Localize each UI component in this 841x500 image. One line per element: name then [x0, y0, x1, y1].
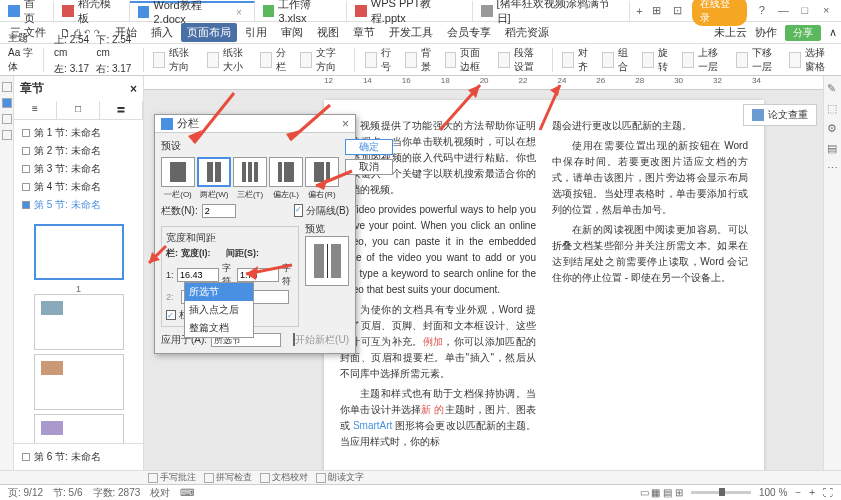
nav-item-6[interactable]: 第 6 节: 未命名 — [18, 448, 139, 466]
bb-item-2[interactable]: 拼写检查 — [204, 471, 252, 484]
dropdown-item-whole[interactable]: 整篇文档 — [185, 319, 253, 337]
indent-icon[interactable] — [498, 52, 510, 68]
margin-top[interactable]: 上: 2.54 cm — [54, 33, 90, 58]
menu-resource[interactable]: 稻壳资源 — [499, 23, 555, 42]
dialog-close-icon[interactable]: × — [342, 117, 349, 131]
status-words[interactable]: 字数: 2873 — [93, 486, 141, 500]
size-icon[interactable] — [207, 52, 219, 68]
preset-two[interactable] — [197, 157, 231, 187]
nav-item-3[interactable]: 第 3 节: 未命名 — [18, 160, 139, 178]
orientation-icon[interactable] — [153, 52, 165, 68]
preset-one[interactable] — [161, 157, 195, 187]
group-icon[interactable] — [602, 52, 614, 68]
zoom-in-icon[interactable]: + — [809, 487, 815, 498]
margin-bottom[interactable]: 下: 2.54 cm — [96, 33, 132, 58]
thumbnail-2a[interactable] — [34, 294, 124, 350]
dropdown-item-after[interactable]: 插入点之后 — [185, 301, 253, 319]
send-icon[interactable] — [736, 52, 748, 68]
divider-checkbox[interactable] — [294, 204, 303, 217]
hyphen-icon[interactable] — [405, 52, 417, 68]
zoom-value[interactable]: 100 % — [759, 487, 787, 498]
grid-icon[interactable]: ⊞ — [649, 4, 663, 18]
zoom-out-icon[interactable]: − — [795, 487, 801, 498]
leftrail-4-icon[interactable] — [2, 130, 12, 140]
tab-home[interactable]: 首页 — [0, 1, 54, 21]
menu-dev[interactable]: 开发工具 — [383, 23, 439, 42]
menu-chapter[interactable]: 章节 — [347, 23, 381, 42]
align-icon[interactable] — [562, 52, 574, 68]
ribbon-font[interactable]: Aa 字体 — [8, 46, 33, 74]
rightrail-layers-icon[interactable]: ▤ — [827, 142, 839, 154]
break-icon[interactable] — [300, 52, 312, 68]
thesis-check-tag[interactable]: 论文查重 — [743, 104, 817, 126]
thumbnail-2b[interactable] — [34, 354, 124, 410]
close-icon[interactable]: × — [819, 4, 833, 18]
menu-insert[interactable]: 插入 — [145, 23, 179, 42]
status-lang[interactable]: ⌨ — [180, 487, 194, 498]
horizontal-ruler[interactable]: 12 14 16 18 20 22 24 26 28 30 32 34 — [144, 76, 823, 90]
maximize-icon[interactable]: □ — [798, 4, 812, 18]
nav-item-4[interactable]: 第 4 节: 未命名 — [18, 178, 139, 196]
leftrail-search-icon[interactable] — [2, 82, 12, 92]
fullscreen-icon[interactable]: ⛶ — [823, 487, 833, 498]
spacing-input-1[interactable] — [237, 268, 279, 282]
thumbnail-2c[interactable] — [34, 414, 124, 443]
nav-item-2[interactable]: 第 2 节: 未命名 — [18, 142, 139, 160]
nav-tab-1[interactable]: ≡ — [14, 101, 57, 119]
leftrail-nav-icon[interactable] — [2, 98, 12, 108]
bb-item-4[interactable]: 朗读文字 — [316, 471, 364, 484]
rotate-icon[interactable] — [642, 52, 654, 68]
dropdown-item-section[interactable]: 所选节 — [185, 283, 253, 301]
share-button[interactable]: 分享 — [785, 25, 821, 41]
nav-item-5[interactable]: 第 5 节: 未命名 — [18, 196, 139, 214]
coop-button[interactable]: 协作 — [755, 25, 777, 40]
rightrail-more-icon[interactable]: ⋯ — [827, 162, 839, 174]
bb-item-1[interactable]: 手写批注 — [148, 471, 196, 484]
equal-width-checkbox[interactable] — [166, 310, 176, 320]
nav-tab-2[interactable]: □ — [57, 101, 100, 119]
zoom-slider[interactable] — [691, 491, 751, 494]
menu-references[interactable]: 引用 — [239, 23, 273, 42]
tab-add-button[interactable]: + — [630, 5, 650, 17]
tab-xlsx[interactable]: 工作簿3.xlsx — [255, 1, 347, 21]
menu-view[interactable]: 视图 — [311, 23, 345, 42]
grid-icon-2[interactable]: ⊡ — [671, 4, 685, 18]
bb-item-3[interactable]: 文档校对 — [260, 471, 308, 484]
tab-other[interactable]: [猪年狂欢视频涂鸦满节日] — [473, 1, 630, 21]
menu-member[interactable]: 会员专享 — [441, 23, 497, 42]
columns-icon[interactable] — [260, 52, 272, 68]
lineno-icon[interactable] — [365, 52, 377, 68]
width-input-1[interactable] — [177, 268, 219, 282]
border-icon[interactable] — [445, 52, 457, 68]
tab-ppt[interactable]: WPS PPT教程.pptx — [347, 1, 473, 21]
menu-dropdown-icon[interactable]: ∧ — [829, 26, 837, 39]
col-count-input[interactable] — [202, 204, 236, 218]
cloud-status[interactable]: 未上云 — [714, 25, 747, 40]
nav-close-icon[interactable]: × — [130, 82, 137, 96]
leftrail-3-icon[interactable] — [2, 114, 12, 124]
pane-icon[interactable] — [789, 52, 801, 68]
nav-item-1[interactable]: 第 1 节: 未命名 — [18, 124, 139, 142]
tab-word-doc[interactable]: Word教程2.docx× — [130, 1, 255, 21]
tab-close-icon[interactable]: × — [236, 7, 246, 17]
ok-button[interactable]: 确定 — [345, 139, 393, 155]
status-page[interactable]: 页: 9/12 — [8, 486, 43, 500]
tab-template[interactable]: 稻壳模板 — [54, 1, 130, 21]
rightrail-pen-icon[interactable]: ✎ — [827, 82, 839, 94]
cancel-button[interactable]: 取消 — [345, 159, 393, 175]
nav-tab-3[interactable]: 〓 — [100, 101, 143, 119]
user-badge[interactable]: 在线登录 — [692, 0, 747, 26]
menu-page-layout[interactable]: 页面布局 — [181, 23, 237, 42]
status-section[interactable]: 节: 5/6 — [53, 486, 82, 500]
help-icon[interactable]: ? — [755, 4, 769, 18]
preset-left[interactable] — [269, 157, 303, 187]
view-mode-icons[interactable]: ▭ ▦ ▤ ⊞ — [640, 487, 683, 498]
bring-icon[interactable] — [682, 52, 694, 68]
preset-three[interactable] — [233, 157, 267, 187]
rightrail-settings-icon[interactable]: ⚙ — [827, 122, 839, 134]
status-correct[interactable]: 校对 — [150, 486, 170, 500]
menu-review[interactable]: 审阅 — [275, 23, 309, 42]
ribbon-theme[interactable]: 主题 — [8, 31, 33, 45]
thumbnail-1[interactable] — [34, 224, 124, 280]
rightrail-select-icon[interactable]: ⬚ — [827, 102, 839, 114]
